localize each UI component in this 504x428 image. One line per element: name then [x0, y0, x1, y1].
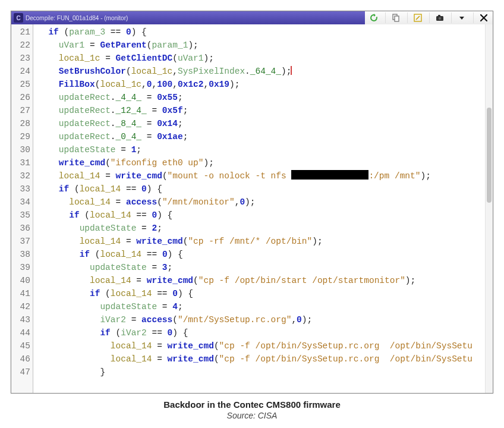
code-token: local_1c — [100, 80, 141, 89]
code-token: updateState — [80, 224, 137, 233]
code-line[interactable]: SetBrushColor(local_1c,SysPixelIndex._64… — [38, 65, 483, 78]
code-token: 0x5f — [162, 106, 183, 115]
code-line[interactable]: updateState = 4; — [38, 300, 483, 313]
code-token: , — [291, 315, 297, 325]
code-token: :/pm /mnt" — [368, 171, 420, 181]
code-token: = — [141, 93, 157, 102]
dropdown-icon[interactable] — [451, 12, 468, 23]
code-token: == — [131, 210, 152, 220]
copy-icon[interactable] — [385, 12, 402, 23]
code-line[interactable]: local_14 = write_cmd("cp -f /opt/bin/Sys… — [38, 353, 483, 366]
code-line[interactable]: local_1c = GetClientDC(uVar1); — [38, 52, 483, 65]
code-token: updateRect — [59, 106, 111, 115]
code-token: updateRect — [59, 119, 111, 128]
line-number: 29 — [11, 130, 30, 143]
code-token: ); — [302, 315, 312, 325]
code-token: iVar2 — [100, 315, 126, 325]
redacted-icon — [291, 170, 368, 180]
code-token: ) { — [131, 27, 147, 37]
code-line[interactable]: local_14 = write_cmd("cp -f /opt/bin/Sys… — [38, 339, 483, 353]
edit-icon[interactable] — [407, 12, 424, 23]
line-number: 26 — [11, 91, 30, 104]
code-token: write_cmd — [147, 276, 193, 285]
code-token: ); — [229, 80, 240, 89]
code-token: ( — [214, 354, 219, 364]
code-line[interactable]: local_14 = access("/mnt/monitor",0); — [38, 196, 483, 209]
code-token: if — [69, 210, 79, 220]
code-line[interactable]: updateState = 3; — [38, 261, 483, 274]
code-token: write_cmd — [116, 171, 162, 181]
code-token: 0 — [162, 250, 168, 259]
scrollbar-thumb[interactable] — [487, 108, 492, 203]
code-token: = — [136, 224, 152, 233]
code-token: GetClientDC — [116, 54, 173, 63]
line-number: 25 — [11, 78, 30, 91]
code-token: = — [152, 354, 167, 364]
code-line[interactable]: if (iVar2 == 0) { — [38, 326, 483, 339]
code-token: = — [141, 119, 157, 128]
line-number: 45 — [11, 339, 30, 353]
code-token: 0x55 — [157, 93, 178, 102]
code-token: 0x1c2 — [178, 80, 204, 89]
code-token: _64_4_ — [250, 67, 281, 76]
code-token: 4 — [172, 302, 178, 311]
code-token: ( — [126, 67, 131, 76]
code-line[interactable]: } — [38, 366, 483, 379]
code-token: FillBox — [59, 80, 95, 89]
code-token: 0 — [240, 197, 245, 207]
code-token: 100 — [157, 80, 172, 89]
code-token: = — [157, 302, 172, 311]
code-line[interactable]: if (local_14 == 0) { — [38, 248, 483, 261]
code-token: ) { — [157, 210, 172, 220]
code-token: ); — [405, 276, 415, 285]
code-token: SetBrushColor — [59, 67, 126, 76]
code-line[interactable]: if (local_14 == 0) { — [38, 182, 483, 196]
code-token: 0x19 — [209, 80, 229, 89]
code-line[interactable]: local_14 = write_cmd("cp -rf /mnt/* /opt… — [38, 235, 483, 248]
line-number: 24 — [11, 65, 30, 78]
line-number: 43 — [11, 313, 30, 326]
code-token: . — [111, 132, 116, 141]
camera-icon[interactable] — [429, 12, 446, 23]
code-token: ; — [178, 119, 183, 128]
code-token: if — [48, 27, 58, 37]
code-token: "/mnt/SysSetup.rc.org" — [178, 315, 291, 325]
code-line[interactable]: if (local_14 == 0) { — [38, 287, 483, 300]
svg-point-4 — [439, 17, 441, 20]
refresh-icon[interactable] — [367, 12, 380, 23]
code-token: ( — [100, 289, 110, 298]
code-line[interactable]: local_14 = write_cmd("cp -f /opt/bin/sta… — [38, 274, 483, 287]
line-number: 30 — [11, 143, 30, 156]
code-line[interactable]: if (param_3 == 0) { — [38, 26, 483, 39]
code-body[interactable]: if (param_3 == 0) { uVar1 = GetParent(pa… — [33, 24, 485, 393]
code-token: 0 — [168, 328, 173, 338]
code-line[interactable]: updateRect._8_4_ = 0x14; — [38, 117, 483, 130]
code-token: ( — [90, 250, 100, 259]
code-line[interactable]: updateState = 1; — [38, 143, 483, 156]
code-token: "cp -f /opt/bin/SysSetup.rc.org /opt/bin… — [219, 354, 472, 364]
code-line[interactable]: local_14 = write_cmd("mount -o nolock -t… — [38, 169, 483, 182]
close-icon[interactable] — [473, 12, 490, 23]
code-line[interactable]: write_cmd("ifconfig eth0 up"); — [38, 156, 483, 169]
code-token: ( — [172, 315, 178, 325]
code-token: 0 — [141, 184, 147, 194]
code-line[interactable]: updateState = 2; — [38, 222, 483, 235]
code-token: 0x1ae — [157, 132, 183, 141]
line-number: 28 — [11, 117, 30, 130]
code-line[interactable]: updateRect._0_4_ = 0x1ae; — [38, 130, 483, 143]
vertical-scrollbar[interactable] — [485, 24, 493, 393]
code-token: ; — [157, 224, 162, 233]
code-line[interactable]: FillBox(local_1c,0,100,0x1c2,0x19); — [38, 78, 483, 91]
code-token: = — [141, 132, 157, 141]
code-token: "cp -f /opt/bin/start /opt/startmonitor" — [199, 276, 405, 285]
code-line[interactable]: updateRect._12_4_ = 0x5f; — [38, 104, 483, 117]
code-token: ; — [183, 132, 188, 141]
code-line[interactable]: if (local_14 == 0) { — [38, 209, 483, 222]
title-bar[interactable]: C Decompile: FUN_001a1d84 - (monitor) — [11, 11, 365, 24]
code-token: local_14 — [111, 341, 152, 351]
code-line[interactable]: uVar1 = GetParent(param_1); — [38, 39, 483, 52]
code-line[interactable]: iVar2 = access("/mnt/SysSetup.rc.org",0)… — [38, 313, 483, 326]
code-line[interactable]: updateRect._4_4_ = 0x55; — [38, 91, 483, 104]
code-token: local_14 — [80, 184, 121, 194]
line-number: 40 — [11, 274, 30, 287]
